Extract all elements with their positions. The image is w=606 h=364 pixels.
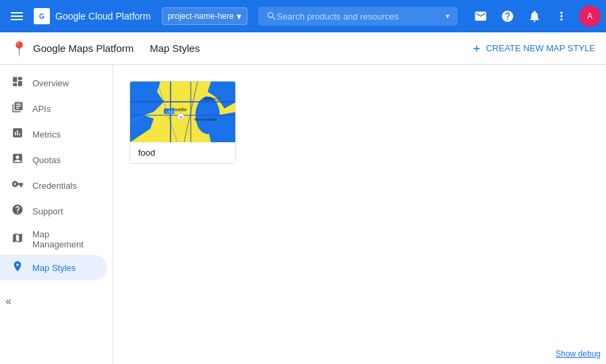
top-bar: G Google Cloud Platform project-name-her… (0, 0, 606, 32)
sidebar-item-label-apis: APIs (32, 104, 51, 114)
page-title: Map Styles (150, 42, 200, 54)
main-layout: Overview APIs Metrics Quotas Credentials (0, 65, 606, 364)
overview-icon (11, 75, 24, 90)
top-bar-left: G Google Cloud Platform project-name-her… (5, 5, 247, 28)
sidebar-item-metrics[interactable]: Metrics (0, 121, 107, 147)
sidebar-collapse-button[interactable]: « (5, 295, 11, 307)
credentials-icon (11, 178, 24, 193)
style-card-label: food (130, 142, 235, 163)
sidebar: Overview APIs Metrics Quotas Credentials (0, 65, 113, 364)
dropdown-arrow-icon: ▾ (237, 11, 241, 22)
search-dropdown-icon[interactable]: ▾ (446, 11, 450, 21)
support-icon (11, 204, 24, 218)
brand-title: Google Maps Platform (33, 42, 133, 54)
user-avatar[interactable]: A (579, 5, 601, 27)
gcp-logo-icon: G (34, 8, 50, 24)
sidebar-item-map-styles[interactable]: Map Styles (0, 255, 107, 280)
search-icon (266, 11, 277, 22)
search-input[interactable] (277, 11, 446, 22)
sidebar-item-quotas[interactable]: Quotas (0, 147, 107, 173)
more-options-icon-button[interactable] (549, 4, 574, 28)
main-content: Seattle Bellevu Mercer Island ⊕ I-520 fo… (113, 65, 606, 364)
sidebar-item-apis[interactable]: APIs (0, 96, 107, 121)
show-debug-link[interactable]: Show debug (555, 349, 601, 359)
create-new-map-style-button[interactable]: CREATE NEW MAP STYLE (471, 43, 595, 54)
sidebar-item-label-metrics: Metrics (32, 129, 61, 140)
project-selector[interactable]: project-name-here ▾ (162, 7, 247, 25)
sidebar-item-label-map-management: Map Management (32, 229, 96, 249)
sidebar-item-map-management[interactable]: Map Management (0, 224, 107, 255)
notifications-icon-button[interactable] (468, 4, 493, 28)
svg-text:Mercer Island: Mercer Island (194, 117, 216, 121)
add-icon (471, 43, 482, 54)
sidebar-item-support[interactable]: Support (0, 198, 107, 224)
top-bar-right: A (468, 4, 601, 28)
hamburger-menu-button[interactable] (5, 5, 28, 28)
style-card-food[interactable]: Seattle Bellevu Mercer Island ⊕ I-520 fo… (129, 81, 236, 164)
sidebar-item-credentials[interactable]: Credentials (0, 173, 107, 198)
bell-icon-button[interactable] (522, 4, 547, 28)
map-styles-icon (11, 260, 24, 275)
sidebar-item-label-credentials: Credentials (32, 181, 77, 191)
metrics-icon (11, 127, 24, 142)
app-title: Google Cloud Platform (55, 11, 151, 22)
quotas-icon (11, 152, 24, 167)
svg-text:Bellevu: Bellevu (204, 96, 220, 101)
maps-pin-icon: 📍 (11, 40, 28, 57)
map-management-icon (11, 232, 24, 247)
svg-text:I-520: I-520 (166, 110, 175, 114)
sidebar-item-label-map-styles: Map Styles (32, 263, 75, 273)
map-preview-svg: Seattle Bellevu Mercer Island ⊕ I-520 (130, 82, 236, 142)
brand-logo: 📍 Google Maps Platform (11, 40, 133, 57)
sidebar-item-label-quotas: Quotas (32, 155, 61, 165)
style-map-preview: Seattle Bellevu Mercer Island ⊕ I-520 (130, 82, 236, 142)
project-name: project-name-here (168, 11, 234, 21)
help-icon-button[interactable] (495, 4, 520, 28)
apis-icon (11, 101, 24, 116)
sub-header: 📍 Google Maps Platform Map Styles CREATE… (0, 32, 606, 65)
sidebar-item-overview[interactable]: Overview (0, 70, 107, 96)
svg-text:⊕: ⊕ (179, 115, 183, 119)
sidebar-item-label-overview: Overview (32, 78, 69, 88)
sidebar-item-label-support: Support (32, 206, 63, 216)
search-bar[interactable]: ▾ (258, 7, 458, 26)
